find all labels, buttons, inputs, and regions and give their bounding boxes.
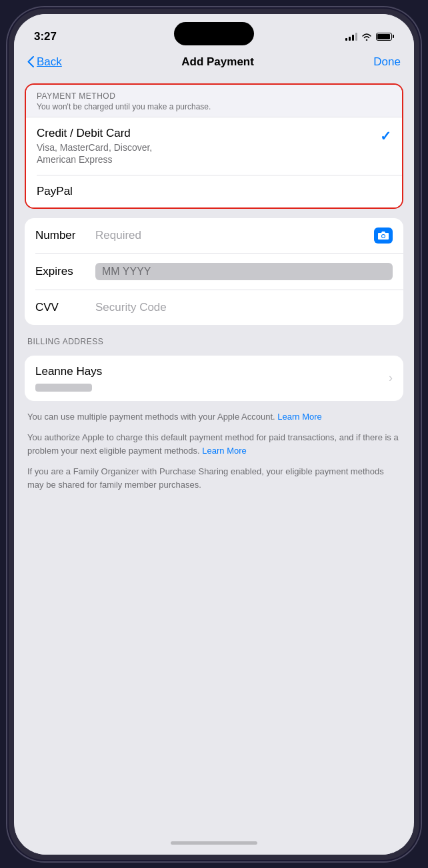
billing-section-label: BILLING ADDRESS — [25, 337, 403, 346]
paypal-label: PayPal — [37, 185, 73, 197]
cvv-value: Security Code — [95, 301, 393, 314]
info-section: You can use multiple payment methods wit… — [25, 410, 403, 492]
address-bar — [35, 384, 92, 392]
info-text-3: If you are a Family Organizer with Purch… — [27, 465, 401, 491]
card-form: Number Required Expires MM YYYY — [25, 218, 403, 325]
home-indicator — [14, 832, 414, 855]
phone-shell: 3:27 — [7, 7, 421, 861]
cvv-row[interactable]: CVV Security Code — [25, 290, 403, 325]
expires-row[interactable]: Expires MM YYYY — [25, 254, 403, 290]
credit-card-option[interactable]: Credit / Debit Card Visa, MasterCard, Di… — [26, 117, 402, 175]
address-chevron-icon: › — [389, 371, 393, 385]
home-bar — [171, 841, 257, 845]
scroll-content: PAYMENT METHOD You won't be charged unti… — [14, 77, 414, 832]
info-text-1: You can use multiple payment methods wit… — [27, 410, 401, 424]
address-card[interactable]: Leanne Hays › — [25, 356, 403, 401]
number-label: Number — [35, 229, 95, 242]
info-text-2: You authorize Apple to charge this defau… — [27, 431, 401, 457]
wifi-icon — [361, 33, 372, 41]
back-label: Back — [37, 55, 62, 69]
payment-method-subtitle: You won't be charged until you make a pu… — [37, 102, 391, 111]
expires-label: Expires — [35, 265, 95, 278]
battery-icon — [376, 33, 394, 41]
chevron-left-icon — [27, 56, 34, 67]
selected-checkmark: ✓ — [380, 128, 391, 144]
expires-value: MM YYYY — [95, 263, 393, 280]
learn-more-link-1[interactable]: Learn More — [277, 412, 321, 422]
credit-card-texts: Credit / Debit Card Visa, MasterCard, Di… — [37, 127, 152, 165]
screen: 3:27 — [14, 14, 414, 855]
svg-point-1 — [382, 235, 385, 238]
status-icons — [345, 33, 394, 41]
nav-bar: Back Add Payment Done — [14, 50, 414, 77]
learn-more-link-2[interactable]: Learn More — [202, 446, 246, 456]
camera-svg — [378, 231, 389, 240]
number-value: Required — [95, 229, 374, 242]
done-button[interactable]: Done — [373, 55, 401, 69]
payment-method-header: PAYMENT METHOD You won't be charged unti… — [26, 85, 402, 117]
cvv-label: CVV — [35, 301, 95, 314]
address-name: Leanne Hays — [35, 365, 102, 378]
credit-card-label: Credit / Debit Card — [37, 127, 152, 140]
camera-icon[interactable] — [374, 228, 393, 244]
signal-bars-icon — [345, 33, 357, 41]
page-title: Add Payment — [181, 55, 254, 69]
status-bar: 3:27 — [14, 14, 414, 50]
credit-card-sub: Visa, MasterCard, Discover,American Expr… — [37, 141, 152, 165]
paypal-option[interactable]: PayPal — [26, 175, 402, 207]
number-row[interactable]: Number Required — [25, 218, 403, 253]
payment-method-card: PAYMENT METHOD You won't be charged unti… — [25, 83, 403, 209]
address-info: Leanne Hays — [35, 365, 102, 392]
status-time: 3:27 — [34, 30, 57, 43]
payment-method-title: PAYMENT METHOD — [37, 91, 391, 101]
back-button[interactable]: Back — [27, 55, 62, 69]
dynamic-island — [174, 22, 254, 45]
